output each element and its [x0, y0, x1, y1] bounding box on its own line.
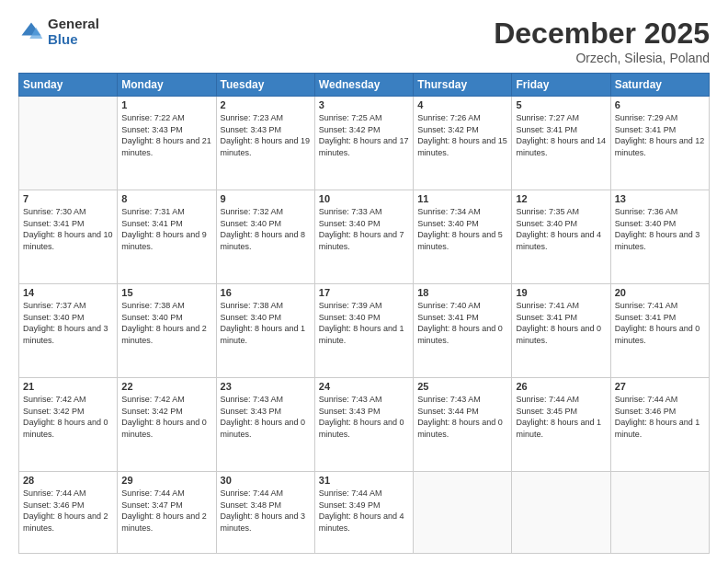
cell-details: Sunrise: 7:39 AMSunset: 3:40 PMDaylight:… [319, 300, 409, 346]
day-number: 24 [319, 381, 409, 392]
day-number: 18 [417, 287, 507, 298]
cell-details: Sunrise: 7:25 AMSunset: 3:42 PMDaylight:… [319, 112, 409, 158]
day-number: 8 [121, 193, 211, 204]
table-row: 29Sunrise: 7:44 AMSunset: 3:47 PMDayligh… [118, 472, 216, 554]
page: General Blue December 2025 Orzech, Siles… [0, 0, 728, 563]
weekday-header-sunday: Sunday [19, 74, 118, 97]
weekday-header-row: SundayMondayTuesdayWednesdayThursdayFrid… [19, 74, 710, 97]
weekday-header-monday: Monday [118, 74, 216, 97]
table-row: 21Sunrise: 7:42 AMSunset: 3:42 PMDayligh… [19, 378, 118, 472]
day-number: 12 [516, 193, 606, 204]
day-number: 20 [615, 287, 705, 298]
table-row: 2Sunrise: 7:23 AMSunset: 3:43 PMDaylight… [216, 97, 314, 190]
table-row: 20Sunrise: 7:41 AMSunset: 3:41 PMDayligh… [610, 284, 709, 378]
week-row-3: 21Sunrise: 7:42 AMSunset: 3:42 PMDayligh… [19, 378, 710, 472]
table-row: 24Sunrise: 7:43 AMSunset: 3:43 PMDayligh… [314, 378, 413, 472]
table-row: 22Sunrise: 7:42 AMSunset: 3:42 PMDayligh… [118, 378, 216, 472]
cell-details: Sunrise: 7:43 AMSunset: 3:43 PMDaylight:… [319, 394, 409, 440]
table-row: 28Sunrise: 7:44 AMSunset: 3:46 PMDayligh… [19, 472, 118, 554]
day-number: 15 [121, 287, 211, 298]
weekday-header-saturday: Saturday [610, 74, 709, 97]
cell-details: Sunrise: 7:32 AMSunset: 3:40 PMDaylight:… [221, 206, 311, 252]
day-number: 5 [516, 99, 606, 110]
table-row: 18Sunrise: 7:40 AMSunset: 3:41 PMDayligh… [414, 284, 512, 378]
weekday-header-wednesday: Wednesday [314, 74, 413, 97]
title-section: December 2025 Orzech, Silesia, Poland [494, 17, 710, 65]
day-number: 28 [23, 475, 113, 486]
table-row: 11Sunrise: 7:34 AMSunset: 3:40 PMDayligh… [414, 190, 512, 284]
cell-details: Sunrise: 7:44 AMSunset: 3:46 PMDaylight:… [23, 488, 113, 534]
day-number: 3 [319, 99, 409, 110]
day-number: 10 [319, 193, 409, 204]
table-row [512, 472, 610, 554]
cell-details: Sunrise: 7:44 AMSunset: 3:46 PMDaylight:… [615, 394, 705, 440]
day-number: 21 [23, 381, 113, 392]
table-row: 15Sunrise: 7:38 AMSunset: 3:40 PMDayligh… [118, 284, 216, 378]
cell-details: Sunrise: 7:30 AMSunset: 3:41 PMDaylight:… [23, 206, 113, 252]
cell-details: Sunrise: 7:27 AMSunset: 3:41 PMDaylight:… [516, 112, 606, 158]
calendar-table: SundayMondayTuesdayWednesdayThursdayFrid… [18, 73, 710, 554]
day-number: 2 [221, 99, 311, 110]
table-row: 19Sunrise: 7:41 AMSunset: 3:41 PMDayligh… [512, 284, 610, 378]
day-number: 26 [516, 381, 606, 392]
table-row: 12Sunrise: 7:35 AMSunset: 3:40 PMDayligh… [512, 190, 610, 284]
day-number: 27 [615, 381, 705, 392]
day-number: 7 [23, 193, 113, 204]
cell-details: Sunrise: 7:35 AMSunset: 3:40 PMDaylight:… [516, 206, 606, 252]
table-row: 3Sunrise: 7:25 AMSunset: 3:42 PMDaylight… [314, 97, 413, 190]
table-row: 17Sunrise: 7:39 AMSunset: 3:40 PMDayligh… [314, 284, 413, 378]
day-number: 6 [615, 99, 705, 110]
table-row: 10Sunrise: 7:33 AMSunset: 3:40 PMDayligh… [314, 190, 413, 284]
day-number: 19 [516, 287, 606, 298]
cell-details: Sunrise: 7:38 AMSunset: 3:40 PMDaylight:… [221, 300, 311, 346]
logo: General Blue [18, 17, 99, 47]
day-number: 11 [417, 193, 507, 204]
table-row: 23Sunrise: 7:43 AMSunset: 3:43 PMDayligh… [216, 378, 314, 472]
cell-details: Sunrise: 7:37 AMSunset: 3:40 PMDaylight:… [23, 300, 113, 346]
week-row-2: 14Sunrise: 7:37 AMSunset: 3:40 PMDayligh… [19, 284, 710, 378]
week-row-4: 28Sunrise: 7:44 AMSunset: 3:46 PMDayligh… [19, 472, 710, 554]
cell-details: Sunrise: 7:29 AMSunset: 3:41 PMDaylight:… [615, 112, 705, 158]
cell-details: Sunrise: 7:43 AMSunset: 3:43 PMDaylight:… [221, 394, 311, 440]
day-number: 16 [221, 287, 311, 298]
cell-details: Sunrise: 7:41 AMSunset: 3:41 PMDaylight:… [516, 300, 606, 346]
day-number: 4 [417, 99, 507, 110]
table-row: 30Sunrise: 7:44 AMSunset: 3:48 PMDayligh… [216, 472, 314, 554]
weekday-header-tuesday: Tuesday [216, 74, 314, 97]
cell-details: Sunrise: 7:42 AMSunset: 3:42 PMDaylight:… [23, 394, 113, 440]
day-number: 31 [319, 475, 409, 486]
table-row: 26Sunrise: 7:44 AMSunset: 3:45 PMDayligh… [512, 378, 610, 472]
day-number: 1 [121, 99, 211, 110]
cell-details: Sunrise: 7:40 AMSunset: 3:41 PMDaylight:… [417, 300, 507, 346]
cell-details: Sunrise: 7:38 AMSunset: 3:40 PMDaylight:… [121, 300, 211, 346]
location: Orzech, Silesia, Poland [494, 51, 710, 65]
table-row: 7Sunrise: 7:30 AMSunset: 3:41 PMDaylight… [19, 190, 118, 284]
day-number: 13 [615, 193, 705, 204]
day-number: 23 [221, 381, 311, 392]
month-title: December 2025 [494, 17, 710, 51]
table-row [19, 97, 118, 190]
cell-details: Sunrise: 7:44 AMSunset: 3:45 PMDaylight:… [516, 394, 606, 440]
cell-details: Sunrise: 7:31 AMSunset: 3:41 PMDaylight:… [121, 206, 211, 252]
day-number: 30 [221, 475, 311, 486]
cell-details: Sunrise: 7:36 AMSunset: 3:40 PMDaylight:… [615, 206, 705, 252]
table-row: 4Sunrise: 7:26 AMSunset: 3:42 PMDaylight… [414, 97, 512, 190]
table-row: 9Sunrise: 7:32 AMSunset: 3:40 PMDaylight… [216, 190, 314, 284]
table-row: 5Sunrise: 7:27 AMSunset: 3:41 PMDaylight… [512, 97, 610, 190]
day-number: 9 [221, 193, 311, 204]
week-row-0: 1Sunrise: 7:22 AMSunset: 3:43 PMDaylight… [19, 97, 710, 190]
cell-details: Sunrise: 7:44 AMSunset: 3:48 PMDaylight:… [221, 488, 311, 534]
cell-details: Sunrise: 7:41 AMSunset: 3:41 PMDaylight:… [615, 300, 705, 346]
logo-blue-text: Blue [48, 32, 99, 48]
table-row: 25Sunrise: 7:43 AMSunset: 3:44 PMDayligh… [414, 378, 512, 472]
table-row: 8Sunrise: 7:31 AMSunset: 3:41 PMDaylight… [118, 190, 216, 284]
table-row [610, 472, 709, 554]
cell-details: Sunrise: 7:43 AMSunset: 3:44 PMDaylight:… [417, 394, 507, 440]
table-row: 6Sunrise: 7:29 AMSunset: 3:41 PMDaylight… [610, 97, 709, 190]
cell-details: Sunrise: 7:33 AMSunset: 3:40 PMDaylight:… [319, 206, 409, 252]
logo-general-text: General [48, 17, 99, 32]
table-row [414, 472, 512, 554]
logo-text: General Blue [48, 17, 99, 47]
cell-details: Sunrise: 7:44 AMSunset: 3:49 PMDaylight:… [319, 488, 409, 534]
table-row: 31Sunrise: 7:44 AMSunset: 3:49 PMDayligh… [314, 472, 413, 554]
